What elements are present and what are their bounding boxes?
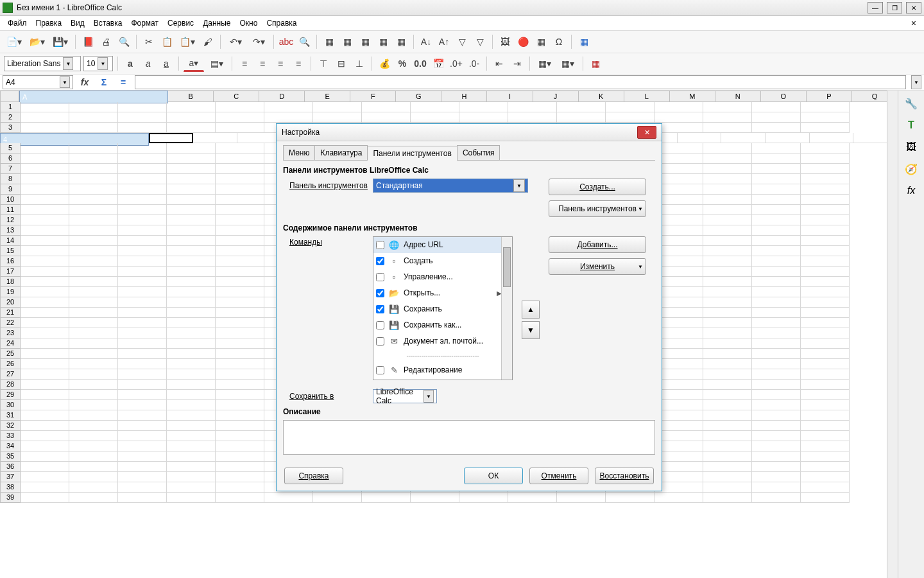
command-checkbox[interactable] xyxy=(376,321,384,329)
column-header[interactable]: M xyxy=(670,91,715,102)
valign-bottom-button[interactable]: ⊥ xyxy=(352,56,367,71)
toolbar-menu-button[interactable]: Панель инструментов▼ xyxy=(549,200,646,217)
cell[interactable] xyxy=(703,153,752,164)
cell[interactable] xyxy=(752,421,801,431)
cell[interactable] xyxy=(69,318,118,328)
align-center-button[interactable]: ≡ xyxy=(255,56,270,71)
cell[interactable] xyxy=(167,153,216,164)
tab-menu[interactable]: Меню xyxy=(283,145,315,160)
cell[interactable] xyxy=(557,102,606,112)
cell[interactable] xyxy=(557,493,606,503)
cell[interactable] xyxy=(801,441,850,451)
cell[interactable] xyxy=(21,349,69,359)
cell[interactable] xyxy=(216,184,264,195)
cell[interactable] xyxy=(264,102,313,112)
cell[interactable] xyxy=(21,297,69,308)
cell[interactable] xyxy=(21,482,69,493)
cell[interactable] xyxy=(216,174,264,184)
row-header[interactable]: 35 xyxy=(0,451,21,462)
cell[interactable] xyxy=(216,143,264,153)
cell[interactable] xyxy=(703,287,752,297)
cell[interactable] xyxy=(118,236,167,246)
cell[interactable] xyxy=(216,390,264,400)
cell[interactable] xyxy=(801,493,850,503)
cell[interactable] xyxy=(237,133,282,143)
row-header[interactable]: 13 xyxy=(0,225,21,236)
cell[interactable] xyxy=(69,246,118,256)
cell[interactable] xyxy=(118,338,167,349)
cell[interactable] xyxy=(167,287,216,297)
maximize-button[interactable]: ❐ xyxy=(887,2,902,13)
cell[interactable] xyxy=(752,102,801,112)
cell[interactable] xyxy=(801,123,850,133)
cell[interactable] xyxy=(703,256,752,267)
filter-button[interactable]: ▽ xyxy=(472,34,488,49)
cell[interactable] xyxy=(69,112,118,123)
cell[interactable] xyxy=(678,133,722,143)
column-header[interactable]: I xyxy=(487,91,533,102)
cell[interactable] xyxy=(411,102,459,112)
cell[interactable] xyxy=(752,441,801,451)
modify-button[interactable]: Изменить▼ xyxy=(549,258,646,275)
document-close-icon[interactable]: × xyxy=(907,18,920,28)
copy-button[interactable]: 📋 xyxy=(159,34,175,49)
cell[interactable] xyxy=(118,123,167,133)
cell[interactable] xyxy=(703,164,752,174)
column-header[interactable]: N xyxy=(715,91,761,102)
cell[interactable] xyxy=(21,267,69,277)
cell[interactable] xyxy=(752,328,801,338)
row-header[interactable]: 26 xyxy=(0,359,21,369)
cell[interactable] xyxy=(752,153,801,164)
cell[interactable] xyxy=(167,308,216,318)
cell[interactable] xyxy=(118,102,167,112)
cell[interactable] xyxy=(216,225,264,236)
cell[interactable] xyxy=(557,112,606,123)
cell[interactable] xyxy=(69,164,118,174)
cell[interactable] xyxy=(801,297,850,308)
cell[interactable] xyxy=(167,112,216,123)
cell[interactable] xyxy=(21,380,69,390)
autospell-button[interactable]: 🔍 xyxy=(296,34,312,49)
cell[interactable] xyxy=(167,431,216,441)
cell[interactable] xyxy=(801,256,850,267)
menu-format[interactable]: Формат xyxy=(127,17,162,29)
navigator-icon[interactable]: 🧭 xyxy=(903,161,919,177)
cell[interactable] xyxy=(167,451,216,462)
cell[interactable] xyxy=(167,174,216,184)
cell[interactable] xyxy=(216,380,264,390)
cell[interactable] xyxy=(752,164,801,174)
cell[interactable] xyxy=(752,267,801,277)
cell[interactable] xyxy=(752,143,801,153)
cell[interactable] xyxy=(118,472,167,482)
cell[interactable] xyxy=(216,215,264,225)
cell[interactable] xyxy=(752,205,801,215)
cell[interactable] xyxy=(69,369,118,380)
cell[interactable] xyxy=(21,308,69,318)
cell[interactable] xyxy=(801,318,850,328)
autofilter-button[interactable]: ▽ xyxy=(454,34,470,49)
cell[interactable] xyxy=(459,493,508,503)
functions-icon[interactable]: fx xyxy=(903,183,919,198)
cell[interactable] xyxy=(752,287,801,297)
cell[interactable] xyxy=(167,236,216,246)
cell[interactable] xyxy=(167,390,216,400)
cell[interactable] xyxy=(801,246,850,256)
row-header[interactable]: 7 xyxy=(0,164,21,174)
cell[interactable] xyxy=(118,431,167,441)
cell[interactable] xyxy=(703,359,752,369)
row-header[interactable]: 15 xyxy=(0,246,21,256)
headers-button[interactable]: ▦ xyxy=(576,34,592,49)
cell[interactable] xyxy=(21,472,69,482)
cell[interactable] xyxy=(118,195,167,205)
cell[interactable] xyxy=(69,349,118,359)
command-item[interactable]: ✉Документ эл. почтой... xyxy=(373,333,512,349)
valign-mid-button[interactable]: ⊟ xyxy=(334,56,349,71)
cell[interactable] xyxy=(118,318,167,328)
menu-help[interactable]: Справка xyxy=(262,17,300,29)
cell[interactable] xyxy=(801,410,850,421)
paste-button[interactable]: 📋▾ xyxy=(177,34,198,49)
font-size-combo[interactable]: 10▼ xyxy=(83,56,113,71)
cell[interactable] xyxy=(167,328,216,338)
cell[interactable] xyxy=(21,359,69,369)
cell[interactable] xyxy=(752,112,801,123)
